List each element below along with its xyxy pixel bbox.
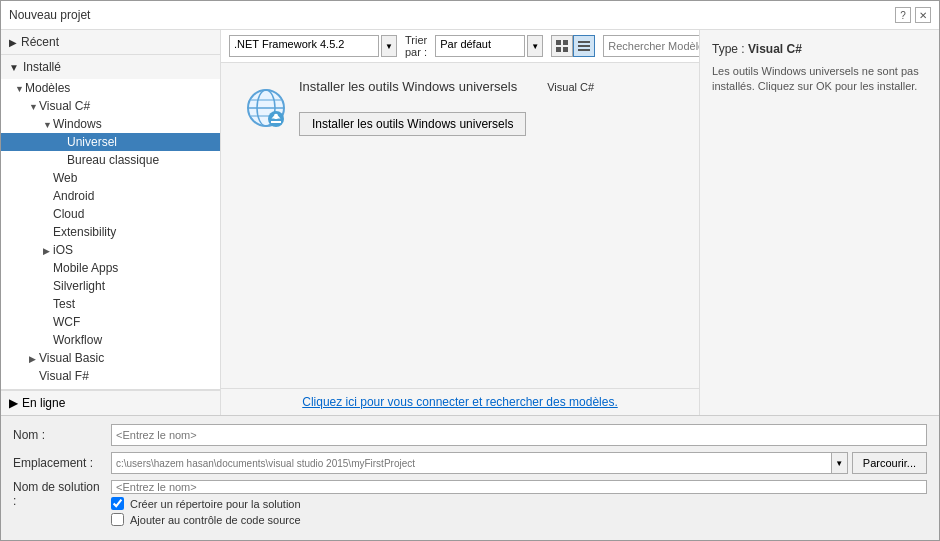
tree-item-mobile-apps[interactable]: Mobile Apps: [1, 259, 220, 277]
expand-arrow-android: [43, 192, 53, 202]
recent-arrow: ▶: [9, 37, 17, 48]
tree-item-wcf[interactable]: WCF: [1, 313, 220, 331]
emplacement-select: ▼: [111, 452, 848, 474]
svg-rect-4: [578, 41, 590, 43]
online-arrow: ▶: [9, 396, 18, 410]
tree-label-wcf: WCF: [53, 315, 80, 329]
tree-label-android: Android: [53, 189, 94, 203]
nom-row: Nom :: [13, 424, 927, 446]
tree-item-bureau[interactable]: Bureau classique: [1, 151, 220, 169]
tree-label-visual-basic: Visual Basic: [39, 351, 104, 365]
tree-item-modeles[interactable]: ▼ Modèles: [1, 79, 220, 97]
expand-arrow-extensibility: [43, 228, 53, 238]
recent-label: Récent: [21, 35, 59, 49]
emplacement-input-group: ▼ Parcourir...: [111, 452, 927, 474]
svg-rect-14: [275, 114, 278, 119]
tree-label-bureau: Bureau classique: [67, 153, 159, 167]
checkbox1-row: Créer un répertoire pour la solution: [111, 497, 927, 510]
svg-rect-3: [563, 47, 568, 52]
view-buttons: [551, 35, 595, 57]
sort-label: Trier par :: [405, 34, 427, 58]
tree-item-universel[interactable]: Universel: [1, 133, 220, 151]
connect-link[interactable]: Cliquez ici pour vous connecter et reche…: [302, 395, 618, 409]
nom-solution-label: Nom de solution :: [13, 480, 103, 508]
tree-item-test[interactable]: Test: [1, 295, 220, 313]
expand-arrow-silverlight: [43, 282, 53, 292]
right-description: Les outils Windows universels ne sont pa…: [712, 64, 927, 95]
framework-dropdown-arrow[interactable]: ▼: [381, 35, 397, 57]
tree-item-cloud[interactable]: Cloud: [1, 205, 220, 223]
title-bar: Nouveau projet ? ✕: [1, 1, 939, 30]
expand-arrow-visual-f: [29, 372, 39, 382]
tree-label-mobile-apps: Mobile Apps: [53, 261, 118, 275]
dialog-title: Nouveau projet: [9, 8, 90, 22]
close-button[interactable]: ✕: [915, 7, 931, 23]
emplacement-dropdown-arrow[interactable]: ▼: [832, 452, 848, 474]
sort-select: Par défaut ▼: [435, 35, 543, 57]
framework-dropdown[interactable]: .NET Framework 4.5.2: [229, 35, 379, 57]
tree-label-windows: Windows: [53, 117, 102, 131]
parcourir-button[interactable]: Parcourir...: [852, 452, 927, 474]
template-badge: Visual C#: [547, 81, 594, 93]
expand-arrow-web: [43, 174, 53, 184]
tree-item-web[interactable]: Web: [1, 169, 220, 187]
sort-dropdown[interactable]: Par défaut: [435, 35, 525, 57]
checkbox2-row: Ajouter au contrôle de code source: [111, 513, 927, 526]
create-directory-checkbox[interactable]: [111, 497, 124, 510]
tree-item-visual-f[interactable]: Visual F#: [1, 367, 220, 385]
template-info: Installer les outils Windows universels …: [299, 79, 675, 136]
tree-label-visual-f: Visual F#: [39, 369, 89, 383]
tree-item-silverlight[interactable]: Silverlight: [1, 277, 220, 295]
svg-rect-15: [271, 121, 281, 123]
recent-header[interactable]: ▶ Récent: [1, 30, 220, 54]
right-panel: Type : Visual C# Les outils Windows univ…: [699, 30, 939, 415]
template-item[interactable]: Installer les outils Windows universels …: [237, 75, 683, 140]
grid-view-button[interactable]: [551, 35, 573, 57]
tree-label-web: Web: [53, 171, 77, 185]
emplacement-label: Emplacement :: [13, 456, 103, 470]
tree-label-universel: Universel: [67, 135, 117, 149]
expand-arrow-visual-c: ▼: [29, 102, 39, 112]
add-source-control-checkbox[interactable]: [111, 513, 124, 526]
emplacement-input[interactable]: [111, 452, 832, 474]
search-box: 🔍: [603, 35, 699, 57]
sort-dropdown-arrow[interactable]: ▼: [527, 35, 543, 57]
solution-right: Créer un répertoire pour la solution Ajo…: [111, 480, 927, 526]
tree-item-visual-basic[interactable]: ▶ Visual Basic: [1, 349, 220, 367]
svg-rect-5: [578, 45, 590, 47]
expand-arrow-ios: ▶: [43, 246, 53, 256]
list-view-button[interactable]: [573, 35, 595, 57]
install-button[interactable]: Installer les outils Windows universels: [299, 112, 526, 136]
create-directory-label[interactable]: Créer un répertoire pour la solution: [130, 498, 301, 510]
nom-solution-input[interactable]: [111, 480, 927, 494]
template-area: Installer les outils Windows universels …: [221, 63, 699, 388]
installed-arrow: ▼: [9, 62, 19, 73]
tree-label-ios: iOS: [53, 243, 73, 257]
tree-item-ios[interactable]: ▶ iOS: [1, 241, 220, 259]
center-panel: .NET Framework 4.5.2 ▼ Trier par : Par d…: [221, 30, 699, 415]
expand-arrow-visual-basic: ▶: [29, 354, 39, 364]
expand-arrow-windows: ▼: [43, 120, 53, 130]
nom-input[interactable]: [111, 424, 927, 446]
tree-item-windows[interactable]: ▼ Windows: [1, 115, 220, 133]
nom-label: Nom :: [13, 428, 103, 442]
expand-arrow-universel: [57, 138, 67, 148]
help-button[interactable]: ?: [895, 7, 911, 23]
add-source-control-label[interactable]: Ajouter au contrôle de code source: [130, 514, 301, 526]
tree-item-visual-c[interactable]: ▼ Visual C#: [1, 97, 220, 115]
search-input[interactable]: [608, 40, 699, 52]
svg-rect-1: [563, 40, 568, 45]
installed-header[interactable]: ▼ Installé: [1, 55, 220, 79]
online-section[interactable]: ▶ En ligne: [1, 390, 220, 415]
svg-rect-2: [556, 47, 561, 52]
tree-item-extensibility[interactable]: Extensibility: [1, 223, 220, 241]
connect-section: Cliquez ici pour vous connecter et reche…: [221, 388, 699, 415]
toolbar-row: .NET Framework 4.5.2 ▼ Trier par : Par d…: [221, 30, 699, 63]
tree-item-android[interactable]: Android: [1, 187, 220, 205]
type-row: Type : Visual C#: [712, 42, 927, 56]
bottom-panel: Nom : Emplacement : ▼ Parcourir... Nom d…: [1, 415, 939, 540]
template-name: Installer les outils Windows universels: [299, 79, 517, 94]
tree-item-workflow[interactable]: Workflow: [1, 331, 220, 349]
dialog: Nouveau projet ? ✕ ▶ Récent ▼ Installé: [0, 0, 940, 541]
expand-arrow-test: [43, 300, 53, 310]
